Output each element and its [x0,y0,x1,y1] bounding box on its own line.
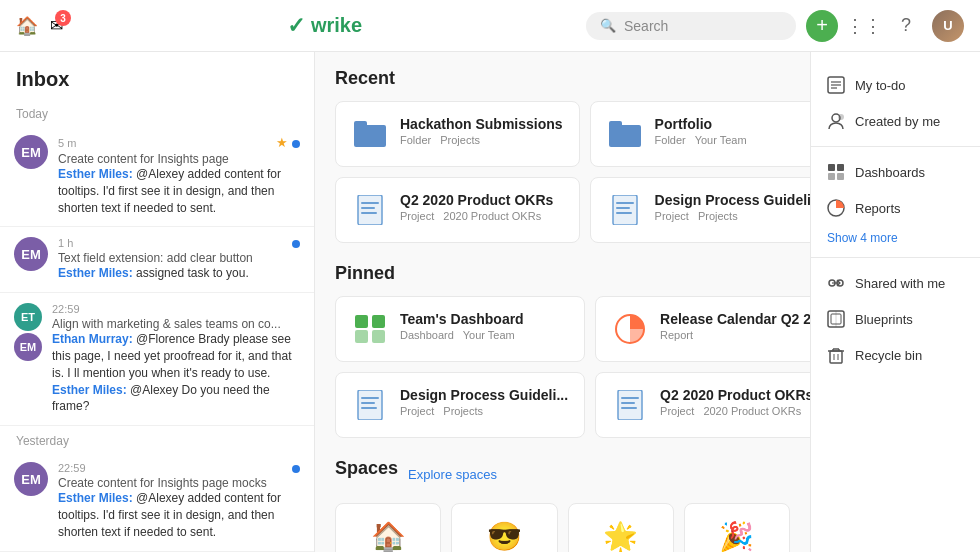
svg-rect-10 [616,207,630,209]
card-info: Team's Dashboard Dashboard Your Team [400,311,568,341]
sidebar-item-label: Created by me [855,114,940,129]
avatar: EM [14,135,48,169]
avatar: EM [14,237,48,271]
help-button[interactable]: ? [890,10,922,42]
inbox-item[interactable]: ET EM 22:59 Align with marketing & sales… [0,293,314,426]
spaces-title: Spaces [335,458,398,479]
inbox-time: 22:59 [52,303,80,315]
avatar: ET [14,303,42,331]
pinned-card[interactable]: Team's Dashboard Dashboard Your Team [335,296,585,362]
space-card-office[interactable]: 🎉 Office [684,503,790,552]
card-title: Portfolio [655,116,810,132]
sidebar-item-dashboards[interactable]: Dashboards [811,155,980,189]
pinned-card[interactable]: Q2 2020 Product OKRs Project 2020 Produc… [595,372,810,438]
recent-card[interactable]: Design Process Guideli... Project Projec… [590,177,810,243]
pinned-card[interactable]: Release Calendar Q2 20... Report [595,296,810,362]
card-meta: Dashboard Your Team [400,329,568,341]
svg-rect-1 [354,121,367,129]
card-meta: Project 2020 Product OKRs [400,210,563,222]
inbox-item[interactable]: EM 1 h Text field extension: add clear b… [0,227,314,293]
sidebar-item-label: My to-do [855,78,906,93]
add-button[interactable]: + [806,10,838,42]
doc-icon [352,192,388,228]
logo-check-icon: ✓ [287,13,305,39]
svg-rect-13 [372,315,385,328]
card-meta: Report [660,329,810,341]
inbox-list: Today EM 5 m ★ Create content for Insigh… [0,99,314,552]
inbox-title: Inbox [0,52,314,99]
search-bar[interactable]: 🔍 Search [586,12,796,40]
svg-rect-33 [828,173,835,180]
inbox-item[interactable]: EM 5 m ★ Create content for Insights pag… [0,125,314,227]
card-info: Design Process Guideli... Project Projec… [655,192,810,222]
right-divider-2 [811,257,980,258]
recent-grid: Hackathon Submissions Folder Projects Po… [335,101,790,243]
inbox-time: 5 m [58,137,76,149]
inbox-item-body: Ethan Murray: @Florence Brady please see… [52,331,300,415]
header-left: 🏠 ✉ 3 [16,15,63,37]
space-emoji: 😎 [487,520,522,552]
app-header: 🏠 ✉ 3 ✓ wrike 🔍 Search + ⋮⋮ ? U [0,0,980,52]
recent-card[interactable]: Q2 2020 Product OKRs Project 2020 Produc… [335,177,580,243]
inbox-time: 22:59 [58,462,86,474]
inbox-item[interactable]: EM 22:59 Create content for Insights pag… [0,452,314,551]
pinned-card[interactable]: Design Process Guideli... Project Projec… [335,372,585,438]
card-tag: 2020 Product OKRs [703,405,801,417]
unread-dot [292,240,300,248]
avatar: EM [14,462,48,496]
show-more-right[interactable]: Show 4 more [811,227,980,249]
space-card-product-design[interactable]: 🌟 Product Desi... [568,503,674,552]
search-placeholder: Search [624,18,668,34]
sidebar-item-blueprints[interactable]: Blueprints [811,302,980,336]
svg-rect-5 [361,202,379,204]
sidebar-item-label: Reports [855,201,901,216]
right-divider [811,146,980,147]
card-tag: 2020 Product OKRs [443,210,541,222]
space-card-your-team[interactable]: 😎 Your Team [451,503,557,552]
inbox-icon[interactable]: ✉ 3 [50,16,63,35]
space-emoji: 🏠 [371,520,406,552]
inbox-item-header: 22:59 [58,462,300,474]
svg-rect-22 [621,397,639,399]
folder-icon [607,116,643,152]
inbox-item-body: Esther Miles: assigned task to you. [58,265,300,282]
star-icon: ★ [276,135,288,150]
inbox-item-header: 1 h [58,237,300,249]
sidebar-item-reports[interactable]: Reports [811,191,980,225]
card-info: Q2 2020 Product OKRs Project 2020 Produc… [400,192,563,222]
spaces-grid: 🏠 Personal 😎 Your Team 🌟 Product Desi...… [335,503,790,552]
inbox-item-body: Esther Miles: @Alexey added content for … [58,490,300,540]
date-yesterday: Yesterday [0,426,314,452]
pinned-grid: Team's Dashboard Dashboard Your Team [335,296,790,438]
svg-rect-8 [613,195,637,225]
avatar: EM [14,333,42,361]
card-type: Dashboard [400,329,454,341]
date-today: Today [0,99,314,125]
sidebar-item-label: Shared with me [855,276,945,291]
recent-card[interactable]: Portfolio Folder Your Team [590,101,810,167]
inbox-item-content: 22:59 Create content for Insights page m… [58,462,300,540]
recent-card[interactable]: Hackathon Submissions Folder Projects [335,101,580,167]
sidebar-item-recycle-bin[interactable]: Recycle bin [811,338,980,372]
inbox-item-body: Esther Miles: @Alexey added content for … [58,166,300,216]
recycle-bin-icon [827,346,845,364]
doc-icon [607,192,643,228]
sidebar-item-my-todo[interactable]: My to-do [811,68,980,102]
explore-spaces-link[interactable]: Explore spaces [408,467,497,482]
sidebar-item-created-by-me[interactable]: Created by me [811,104,980,138]
svg-point-30 [838,114,844,120]
sidebar-item-shared[interactable]: Shared with me [811,266,980,300]
home-icon[interactable]: 🏠 [16,15,38,37]
card-tag: Your Team [695,134,747,146]
inbox-item-content: 22:59 Align with marketing & sales teams… [52,303,300,415]
svg-rect-11 [616,212,632,214]
svg-rect-24 [621,407,637,409]
card-info: Design Process Guideli... Project Projec… [400,387,568,417]
card-title: Team's Dashboard [400,311,568,327]
folder-icon [352,116,388,152]
card-title: Hackathon Submissions [400,116,563,132]
user-avatar[interactable]: U [932,10,964,42]
space-card-personal[interactable]: 🏠 Personal [335,503,441,552]
grid-button[interactable]: ⋮⋮ [848,10,880,42]
card-type: Project [655,210,689,222]
